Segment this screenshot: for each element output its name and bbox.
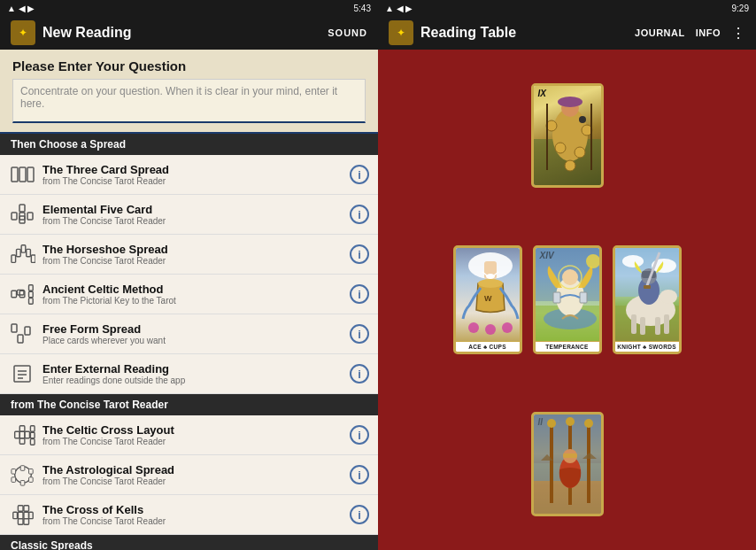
svg-rect-13 xyxy=(27,249,31,256)
svg-rect-5 xyxy=(19,205,25,212)
spread-item-celtic-cross[interactable]: The Celtic Cross Layout from The Concise… xyxy=(0,415,378,455)
svg-rect-103 xyxy=(640,317,645,335)
horseshoe-sub: from The Concise Tarot Reader xyxy=(42,256,350,266)
bottom-card-row: II xyxy=(531,412,604,516)
svg-point-118 xyxy=(566,417,575,426)
freeform-info[interactable]: i xyxy=(350,324,369,344)
celtic-cross-info[interactable]: i xyxy=(350,425,369,445)
svg-rect-45 xyxy=(13,512,18,518)
temperance-label: TEMPERANCE xyxy=(536,341,599,352)
svg-rect-3 xyxy=(19,167,26,182)
svg-rect-14 xyxy=(31,255,35,262)
svg-rect-122 xyxy=(563,453,577,458)
left-panel: ▲ ◀ ▶ 5:43 ✦ New Reading SOUND Please En… xyxy=(0,0,378,550)
header-left-title-group: ✦ New Reading xyxy=(11,20,131,45)
card-knight-swords[interactable]: KNIGHT ♣ SWORDS xyxy=(613,245,682,354)
three-card-info[interactable]: i xyxy=(350,165,369,184)
kells-sub: from The Concise Tarot Reader xyxy=(42,516,350,526)
celtic-icon xyxy=(9,280,37,308)
svg-text:W: W xyxy=(484,294,492,303)
spread-item-elemental[interactable]: Elemental Five Card from The Concise Tar… xyxy=(0,195,378,235)
elemental-info[interactable]: i xyxy=(350,205,369,224)
kells-info[interactable]: i xyxy=(350,505,369,524)
spread-item-celtic[interactable]: Ancient Celtic Method from The Pictorial… xyxy=(0,275,378,314)
svg-point-95 xyxy=(586,254,600,268)
status-bar-left: ▲ ◀ ▶ 5:43 xyxy=(0,0,378,16)
middle-card-row: W ACE ♣ CUPS XIV xyxy=(453,245,682,354)
freeform-sub: Place cards wherever you want xyxy=(42,336,350,345)
card-three-wands[interactable]: II xyxy=(531,412,604,516)
signal-icon-right: ▲ ◀ ▶ xyxy=(385,4,413,13)
kells-text: The Cross of Kells from The Concise Taro… xyxy=(42,503,350,526)
ace-cups-label: ACE ♣ CUPS xyxy=(456,341,520,352)
svg-rect-37 xyxy=(20,466,25,471)
elemental-icon xyxy=(9,200,37,229)
svg-rect-110 xyxy=(644,285,651,289)
svg-rect-23 xyxy=(18,335,23,343)
svg-rect-10 xyxy=(12,255,16,262)
svg-rect-102 xyxy=(631,314,636,334)
astro-sub: from The Concise Tarot Reader xyxy=(42,476,350,486)
kells-name: The Cross of Kells xyxy=(42,503,350,516)
card-ace-cups[interactable]: W ACE ♣ CUPS xyxy=(453,245,522,354)
question-input[interactable]: Concentrate on your question. When it is… xyxy=(12,79,366,123)
journal-button[interactable]: JOURNAL xyxy=(635,27,685,38)
elemental-name: Elemental Five Card xyxy=(42,203,350,216)
freeform-icon xyxy=(9,320,37,348)
svg-rect-46 xyxy=(29,512,34,518)
svg-rect-17 xyxy=(12,290,17,297)
question-title: Please Enter Your Question xyxy=(12,58,366,74)
svg-rect-39 xyxy=(29,477,34,483)
svg-rect-94 xyxy=(580,292,587,303)
svg-rect-50 xyxy=(24,519,29,525)
horseshoe-info[interactable]: i xyxy=(350,244,369,264)
svg-rect-30 xyxy=(25,431,30,438)
celtic-cross-icon xyxy=(9,421,37,449)
svg-point-85 xyxy=(485,324,496,335)
freeform-name: Free Form Spread xyxy=(42,322,350,336)
spread-item-freeform[interactable]: Free Form Spread Place cards wherever yo… xyxy=(0,314,378,354)
spread-item-kells[interactable]: The Cross of Kells from The Concise Taro… xyxy=(0,495,378,535)
svg-rect-38 xyxy=(29,469,34,474)
svg-rect-11 xyxy=(17,249,21,256)
astro-text: The Astrological Spread from The Concise… xyxy=(42,463,350,486)
svg-point-98 xyxy=(622,255,644,267)
svg-point-73 xyxy=(555,143,566,153)
sound-button[interactable]: SOUND xyxy=(328,27,367,38)
card-temperance[interactable]: XIV xyxy=(533,245,602,354)
svg-rect-22 xyxy=(25,327,30,335)
spread-item-horseshoe[interactable]: The Horseshoe Spread from The Concise Ta… xyxy=(0,235,378,275)
astro-info[interactable]: i xyxy=(350,465,369,484)
time-right: 9:29 xyxy=(732,4,749,13)
spread-item-three-card[interactable]: The Three Card Spread from The Concise T… xyxy=(0,155,378,195)
card-nine-pentacles[interactable]: IX xyxy=(531,83,604,188)
celtic-cross-text: The Celtic Cross Layout from The Concise… xyxy=(42,423,350,446)
svg-rect-32 xyxy=(19,438,25,445)
svg-point-70 xyxy=(558,97,582,107)
svg-rect-29 xyxy=(15,431,20,438)
svg-rect-35 xyxy=(30,439,35,445)
svg-rect-21 xyxy=(12,324,17,332)
svg-point-74 xyxy=(575,147,585,158)
signal-icon-left: ▲ ◀ ▶ xyxy=(7,4,35,13)
astro-name: The Astrological Spread xyxy=(42,463,350,476)
knight-swords-label: KNIGHT ♣ SWORDS xyxy=(615,341,679,352)
elemental-text: Elemental Five Card from The Concise Tar… xyxy=(42,203,350,226)
header-left: ✦ New Reading SOUND xyxy=(0,16,378,50)
info-button[interactable]: INFO xyxy=(696,27,721,38)
svg-rect-12 xyxy=(21,245,26,252)
svg-rect-18 xyxy=(29,285,34,291)
svg-rect-19 xyxy=(29,291,34,298)
external-info[interactable]: i xyxy=(350,364,369,383)
section3-header: Classic Spreads xyxy=(0,535,378,550)
question-section: Please Enter Your Question Concentrate o… xyxy=(0,50,378,134)
ancient-celtic-info[interactable]: i xyxy=(350,284,369,304)
spread-item-external[interactable]: Enter External Reading Enter readings do… xyxy=(0,354,378,394)
svg-rect-40 xyxy=(20,481,25,486)
more-options-button[interactable]: ⋮ xyxy=(731,25,745,42)
spread-item-astro[interactable]: The Astrological Spread from The Concise… xyxy=(0,455,378,495)
three-card-sub: from The Concise Tarot Reader xyxy=(42,176,350,186)
horseshoe-icon xyxy=(9,240,37,268)
kells-icon xyxy=(9,500,37,529)
header-nav: JOURNAL INFO ⋮ xyxy=(635,25,745,42)
